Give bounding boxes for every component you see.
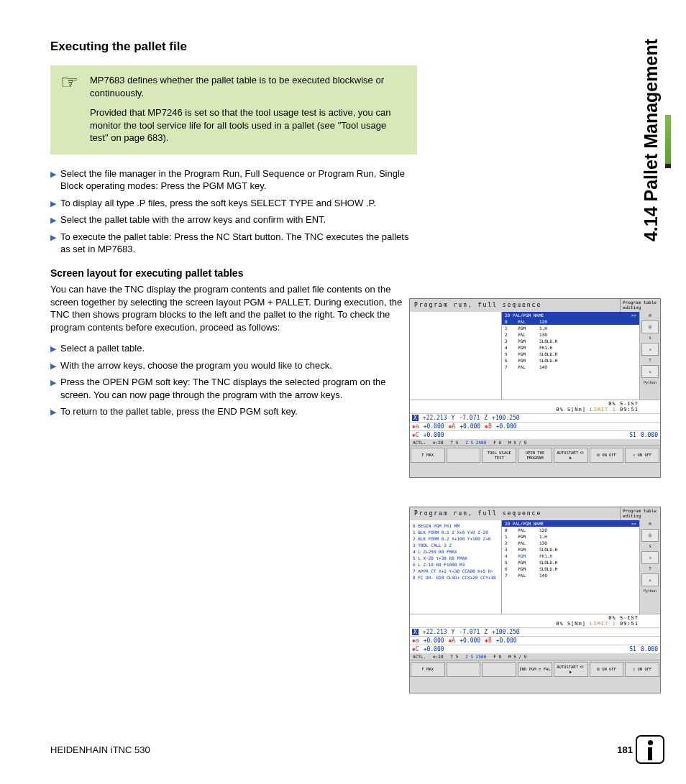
- t-icon[interactable]: ⇆: [641, 365, 659, 378]
- softkey-row: F MAX TOOL USAGE TEST OPEN THE PROGRAM A…: [410, 446, 660, 464]
- softkey-toggle-2[interactable]: ☐ ON OFF: [625, 662, 659, 677]
- bullet-arrow-icon: ▶: [50, 343, 56, 355]
- bullet-text: To display all type .P files, press the …: [60, 197, 376, 210]
- bullet-arrow-icon: ▶: [50, 407, 56, 418]
- table-row: 2PAL130: [502, 540, 639, 546]
- bullet-list-1: ▶Select the file manager in the Program …: [50, 167, 417, 256]
- axis-a: ✱a: [412, 423, 419, 430]
- status-limit: LIMIT 1: [590, 407, 616, 412]
- table-row: 6PGMSLOLD.H: [502, 357, 639, 364]
- page-heading: Executing the pallet file: [50, 40, 633, 54]
- tnc-screenshot-2: Program run, full sequence Program table…: [409, 507, 661, 693]
- screen-title: Program run, full sequence: [410, 507, 621, 520]
- bullet-text: To execute the pallet table: Press the N…: [60, 231, 417, 256]
- table-row: 7PAL140: [502, 572, 639, 578]
- axis-z: Z: [484, 629, 488, 635]
- bullet-arrow-icon: ▶: [50, 232, 56, 256]
- softkey-tool-usage[interactable]: TOOL USAGE TEST: [482, 448, 516, 463]
- prog-line: 7 APPR CT X+2 Y+30 CCA90 R+5 R>: [413, 568, 498, 574]
- softkey-autostart[interactable]: AUTOSTART ⏲ ⏵: [554, 662, 588, 677]
- axis-c: ✱C: [412, 432, 419, 438]
- s-icon[interactable]: ⎚: [641, 551, 659, 564]
- hand-icon: ☞: [60, 73, 78, 144]
- table-header-arrow: >>: [631, 521, 636, 526]
- table-header: 20 PAL/PGM NAME: [505, 313, 544, 318]
- tnc-screenshot-1: Program run, full sequence Program table…: [409, 298, 661, 478]
- table-row: 3PGMSLOLD.H: [502, 546, 639, 553]
- m-icon[interactable]: ⌸: [641, 320, 659, 333]
- softkey-toggle-2[interactable]: ☐ ON OFF: [625, 448, 659, 463]
- prog-line: 2 BLK FORM 0.2 X+100 Y+100 Z+0: [413, 535, 498, 542]
- softkey-fmax[interactable]: F MAX: [411, 448, 445, 463]
- axis-a: ✱a: [412, 637, 419, 644]
- axis-A: ✱A: [449, 423, 456, 430]
- softkey-end-pgm[interactable]: END PGM ⇄ PAL: [518, 662, 552, 677]
- bullet-text: To return to the pallet table, press the…: [60, 405, 298, 418]
- axis-y: Y: [452, 629, 455, 635]
- status-line: 0% S-IST: [410, 615, 639, 621]
- icon-label: Python: [641, 381, 659, 384]
- table-header-arrow: >>: [631, 313, 636, 318]
- icon-label: Python: [641, 589, 659, 593]
- prog-line: 1 BLK FORM 0.1 Z X+0 Y+0 Z-20: [413, 529, 498, 535]
- icon-label: T: [641, 567, 659, 571]
- status-line: 0% S-IST: [410, 401, 639, 407]
- softkey-autostart[interactable]: AUTOSTART ⏲ ⏵: [554, 448, 588, 463]
- spindle-label: S1: [629, 646, 636, 652]
- softkey-blank[interactable]: [447, 662, 481, 677]
- bullet-text: With the arrow keys, choose the program …: [60, 359, 332, 372]
- softkey-toggle-1[interactable]: ⧉ ON OFF: [590, 662, 624, 677]
- axis-c: ✱C: [412, 646, 419, 652]
- spindle-label: S1: [629, 432, 636, 438]
- softkey-row: F MAX END PGM ⇄ PAL AUTOSTART ⏲ ⏵ ⧉ ON O…: [410, 660, 660, 678]
- page-number: 181: [617, 744, 633, 755]
- axis-z: Z: [484, 415, 488, 421]
- status-line: 0% S[Nm]: [556, 407, 586, 412]
- icon-label: S: [641, 545, 659, 548]
- coord-row: ✱a+0.000 ✱A+0.000 ✱B+0.000: [410, 636, 660, 645]
- side-accent: [665, 115, 671, 164]
- coord-row: ✱C+0.000 S10.000: [410, 645, 660, 653]
- bullet-text: Select the pallet table with the arrow k…: [60, 213, 326, 226]
- pallet-table: 20 PAL/PGM NAME>> 0PAL120 1PGM1.H 2PAL13…: [502, 312, 640, 400]
- status-time: 09:51: [620, 407, 639, 412]
- t-icon[interactable]: ⇆: [641, 573, 659, 586]
- softkey-open-program[interactable]: OPEN THE PROGRAM: [518, 448, 552, 463]
- program-left-pane: [410, 312, 502, 400]
- softkey-blank[interactable]: [447, 448, 481, 463]
- prog-line: 8 FC DR- R18 CLSD+ CCX+20 CCY+30: [413, 574, 498, 581]
- bullet-text: Select a pallet table.: [60, 342, 145, 355]
- axis-b: ✱B: [485, 637, 492, 644]
- subheading: Screen layout for executing pallet table…: [50, 267, 633, 279]
- pallet-table: 20 PAL/PGM NAME>> 0PAL120 1PGM1.H 2PAL13…: [502, 520, 640, 614]
- s-icon[interactable]: ⎚: [641, 343, 659, 356]
- table-row: 0PAL120: [502, 318, 639, 325]
- bullet-arrow-icon: ▶: [50, 361, 56, 372]
- info-icon: [636, 735, 664, 764]
- axis-x: X: [412, 629, 419, 635]
- coord-row: X+22.213 Y-7.071 Z+100.250: [410, 627, 660, 636]
- status-lines: 0% S-IST 0% S[Nm] LIMIT 1 09:51: [410, 400, 660, 413]
- axis-A: ✱A: [449, 637, 456, 644]
- icon-label: M: [641, 522, 659, 526]
- bullet-arrow-icon: ▶: [50, 377, 56, 401]
- note-p1: MP7683 defines whether the pallet table …: [90, 74, 407, 99]
- m-icon[interactable]: ⌸: [641, 529, 659, 542]
- note-box: ☞ MP7683 defines whether the pallet tabl…: [50, 65, 417, 155]
- table-row: 1PGM1.H: [502, 533, 639, 540]
- icon-label: T: [641, 359, 659, 362]
- table-row: 5PGMSLOLD.H: [502, 559, 639, 566]
- screen-title: Program run, full sequence: [410, 299, 621, 312]
- prog-line: 5 L X-20 Y+30 R0 FMAX: [413, 555, 498, 561]
- softkey-blank[interactable]: [482, 662, 516, 677]
- prog-line: 4 L Z+250 R0 FMAX: [413, 548, 498, 555]
- coord-row: ✱a+0.000 ✱A+0.000 ✱B+0.000: [410, 422, 660, 430]
- table-row: 5PGMSLOLD.H: [502, 351, 639, 357]
- footer-product: HEIDENHAIN iTNC 530: [50, 744, 150, 755]
- axis-x: X: [412, 415, 419, 421]
- table-header: 20 PAL/PGM NAME: [505, 521, 544, 526]
- table-row: 3PGMSLOLD.H: [502, 338, 639, 344]
- softkey-fmax[interactable]: F MAX: [411, 662, 445, 677]
- bullet-arrow-icon: ▶: [50, 169, 56, 193]
- softkey-toggle-1[interactable]: ⧉ ON OFF: [590, 448, 624, 463]
